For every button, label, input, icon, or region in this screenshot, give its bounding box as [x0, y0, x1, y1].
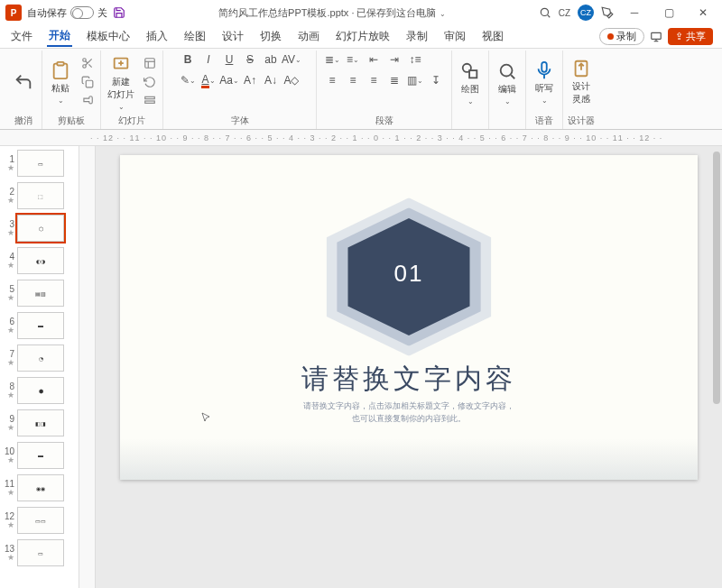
svg-rect-19	[145, 101, 155, 103]
tab-animations[interactable]: 动画	[296, 27, 321, 46]
skyline-decoration	[120, 438, 698, 480]
user-initials: CZ	[559, 8, 570, 18]
tab-view[interactable]: 视图	[480, 27, 505, 46]
thumbnail-9[interactable]: 9★◧◨	[2, 409, 77, 436]
group-label-paragraph: 段落	[375, 114, 393, 129]
align-right-button[interactable]: ≡	[364, 71, 384, 89]
section-button[interactable]	[140, 92, 160, 110]
document-title[interactable]: 简约风工作总结PPT模板.pptx · 已保存到这台电脑 ⌄	[125, 6, 539, 20]
tab-record[interactable]: 录制	[404, 27, 430, 46]
thumbnail-11[interactable]: 11★◉◉	[2, 474, 77, 501]
pen-icon[interactable]	[601, 6, 614, 19]
slide[interactable]: 01 请替换文字内容 请替换文字内容，点击添加相关标题文字，修改文字内容， 也可…	[120, 155, 698, 480]
thumbnail-6[interactable]: 6★▬	[2, 312, 77, 339]
layout-button[interactable]	[140, 54, 160, 72]
thumbnail-4[interactable]: 4★◐◑	[2, 247, 77, 274]
new-slide-button[interactable]: 新建 幻灯片⌄	[104, 52, 138, 113]
toggle-icon[interactable]	[70, 6, 94, 19]
bullets-button[interactable]: ≣⌄	[322, 51, 342, 69]
thumbnail-10[interactable]: 10★▬	[2, 442, 77, 469]
reset-button[interactable]	[140, 73, 160, 91]
save-icon[interactable]	[113, 6, 125, 19]
drawing-button[interactable]: 绘图⌄	[455, 60, 486, 107]
svg-rect-15	[145, 59, 155, 69]
title-bar-left: P 自动保存 关	[5, 5, 125, 21]
present-icon[interactable]	[650, 31, 662, 43]
group-voice: 听写⌄ 语音	[526, 51, 563, 129]
text-direction-button[interactable]: ↧	[426, 71, 446, 89]
bold-button[interactable]: B	[178, 51, 198, 69]
group-editing: 编辑⌄	[489, 51, 526, 129]
thumbnail-2[interactable]: 2★⬚	[2, 182, 77, 209]
svg-point-22	[501, 65, 513, 77]
svg-point-0	[541, 8, 548, 15]
slide-thumbnails-panel[interactable]: 1★▭2★⬚3★⬡4★◐◑5★▤▥6★▬7★◔8★⬢9★◧◨10★▬11★◉◉1…	[0, 146, 79, 588]
slide-canvas-area[interactable]: 01 请替换文字内容 请替换文字内容，点击添加相关标题文字，修改文字内容， 也可…	[96, 146, 722, 588]
svg-rect-2	[652, 32, 662, 39]
thumbnail-1[interactable]: 1★▭	[2, 150, 77, 177]
share-button[interactable]: ⇪ 共享	[668, 28, 713, 45]
highlight-button[interactable]: ✎⌄	[178, 71, 198, 89]
maximize-button[interactable]: ▢	[655, 4, 682, 22]
justify-button[interactable]: ≣	[384, 71, 404, 89]
autosave-toggle[interactable]: 自动保存 关	[27, 6, 107, 20]
thumbnail-13[interactable]: 13★▭	[2, 539, 77, 566]
undo-button[interactable]	[8, 70, 39, 94]
thumbnail-12[interactable]: 12★▭▭	[2, 507, 77, 534]
tab-insert[interactable]: 插入	[144, 27, 170, 46]
vertical-ruler[interactable]	[79, 146, 96, 588]
shadow-button[interactable]: ab	[261, 51, 281, 69]
thumbnail-7[interactable]: 7★◔	[2, 345, 77, 372]
tab-home[interactable]: 开始	[47, 26, 72, 47]
tab-file[interactable]: 文件	[9, 27, 34, 46]
scrollbar-thumb[interactable]	[713, 152, 720, 404]
group-label-voice: 语音	[535, 114, 553, 129]
dictate-button[interactable]: 听写⌄	[529, 59, 560, 106]
underline-button[interactable]: U	[219, 51, 239, 69]
vertical-scrollbar[interactable]	[711, 146, 720, 588]
increase-font-button[interactable]: A↑	[240, 71, 260, 89]
format-painter-button[interactable]	[78, 92, 97, 110]
strikethrough-button[interactable]: S	[240, 51, 260, 69]
copy-button[interactable]	[78, 73, 97, 91]
hexagon-graphic[interactable]: 01	[341, 218, 477, 335]
slide-subtitle[interactable]: 请替换文字内容，点击添加相关标题文字，修改文字内容， 也可以直接复制你的内容到此…	[120, 400, 698, 425]
clear-formatting-button[interactable]: A◇	[282, 71, 301, 89]
tab-slideshow[interactable]: 幻灯片放映	[334, 27, 392, 46]
group-paragraph: ≣⌄ ≡⌄ ⇤ ⇥ ↕≡ ≡ ≡ ≡ ≣ ▥⌄ ↧ 段落	[317, 51, 452, 129]
paste-button[interactable]: 粘贴⌄	[45, 59, 76, 106]
line-spacing-button[interactable]: ↕≡	[405, 51, 425, 69]
increase-indent-button[interactable]: ⇥	[384, 51, 404, 69]
horizontal-ruler[interactable]: · · 12 · · 11 · · 10 · · 9 · · 8 · · 7 ·…	[0, 130, 722, 146]
close-button[interactable]: ✕	[690, 4, 717, 22]
decrease-font-button[interactable]: A↓	[261, 71, 281, 89]
search-icon[interactable]	[539, 6, 551, 19]
decrease-indent-button[interactable]: ⇤	[364, 51, 384, 69]
thumbnail-3[interactable]: 3★⬡	[2, 215, 77, 242]
align-center-button[interactable]: ≡	[343, 71, 363, 89]
tab-review[interactable]: 审阅	[442, 27, 467, 46]
thumbnail-5[interactable]: 5★▤▥	[2, 280, 77, 307]
italic-button[interactable]: I	[199, 51, 218, 69]
tab-template-center[interactable]: 模板中心	[85, 27, 132, 46]
section-number: 01	[341, 260, 477, 288]
tab-transitions[interactable]: 切换	[258, 27, 283, 46]
minimize-button[interactable]: ─	[621, 4, 648, 22]
design-ideas-button[interactable]: 设计 灵感	[566, 57, 597, 107]
columns-button[interactable]: ▥⌄	[405, 71, 425, 89]
record-button[interactable]: 录制	[599, 28, 644, 45]
user-avatar[interactable]: CZ	[578, 5, 594, 21]
slide-title[interactable]: 请替换文字内容	[120, 361, 698, 398]
font-color-button[interactable]: A⌄	[199, 71, 218, 89]
character-spacing-button[interactable]: AV⌄	[282, 51, 301, 69]
numbering-button[interactable]: ≡⌄	[343, 51, 363, 69]
tab-draw[interactable]: 绘图	[182, 27, 208, 46]
change-case-button[interactable]: Aa⌄	[219, 71, 239, 89]
cut-button[interactable]	[78, 54, 97, 72]
editing-button[interactable]: 编辑⌄	[492, 60, 523, 107]
group-slides: 新建 幻灯片⌄ 幻灯片	[101, 51, 163, 129]
tab-design[interactable]: 设计	[220, 27, 245, 46]
align-left-button[interactable]: ≡	[322, 71, 342, 89]
svg-line-1	[547, 15, 550, 18]
thumbnail-8[interactable]: 8★⬢	[2, 377, 77, 404]
